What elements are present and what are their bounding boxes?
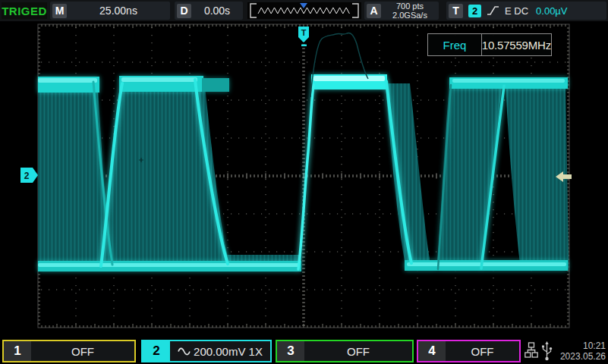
frequency-readout: Freq 10.57559MHz bbox=[427, 33, 552, 56]
frequency-value: 10.57559MHz bbox=[482, 34, 551, 55]
svg-text:T: T bbox=[301, 28, 307, 37]
channel2-trace bbox=[38, 33, 569, 271]
oscilloscope-screen: T 2 Freq 10.57559MHz TRIGED M 25.00ns D … bbox=[0, 0, 608, 364]
trigger-position-marker[interactable]: T bbox=[298, 27, 309, 46]
svg-text:2: 2 bbox=[24, 171, 30, 181]
channel2-level-marker[interactable]: 2 bbox=[20, 168, 38, 183]
frequency-label: Freq bbox=[428, 34, 482, 55]
